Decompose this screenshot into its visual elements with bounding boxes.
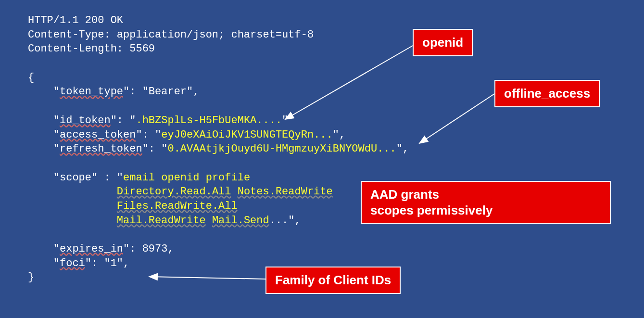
scope-line-2: Directory.Read.All Notes.ReadWrite [28,185,409,199]
scope-line-3: Files.ReadWrite.All [28,199,409,214]
svg-line-2 [419,94,494,143]
http-response-block: HTTP/1.1 200 OK Content-Type: applicatio… [28,13,409,285]
callout-foci: Family of Client IDs [265,267,401,294]
http-status-line: HTTP/1.1 200 OK [28,13,409,28]
callout-openid: openid [413,29,473,56]
expires-in-line: "expires_in": 8973, [28,242,409,256]
json-open-brace: { [28,71,409,85]
callout-aad-scopes: AAD grants scopes permissively [361,181,611,224]
id-token-line: "id_token": ".hBZSplLs-H5FbUeMKA...." [28,114,409,128]
content-type-line: Content-Type: application/json; charset=… [28,28,409,42]
access-token-line: "access_token": "eyJ0eXAiOiJKV1SUNGTEQyR… [28,128,409,142]
token-type-line: "token_type": "Bearer", [28,85,409,99]
content-length-line: Content-Length: 5569 [28,42,409,56]
scope-line-4: Mail.ReadWrite Mail.Send...", [28,214,409,228]
refresh-token-line: "refresh_token": "0.AVAAtjkjOuyd6U-HMgmz… [28,142,409,156]
callout-offline-access: offline_access [494,80,600,107]
scope-line-1: "scope" : "email openid profile [28,171,409,185]
